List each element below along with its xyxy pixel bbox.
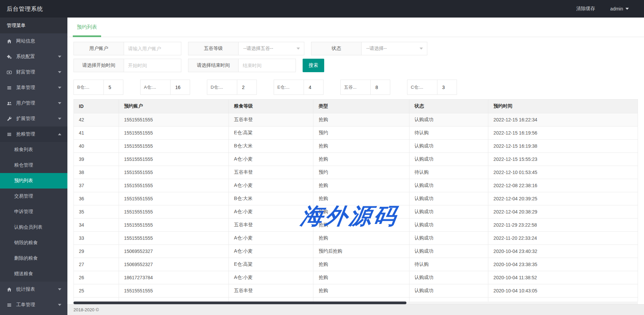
start-time-input[interactable] <box>124 59 181 72</box>
table-cell: 25 <box>74 284 119 297</box>
start-time-label: 请选择开始时间 <box>73 59 124 72</box>
table-cell: 抢购 <box>313 284 409 297</box>
table-cell: 41 <box>74 126 119 140</box>
table-row: 2715069552327E仓:高粱抢购待认购2020-10-04 23:38:… <box>74 258 638 271</box>
table-row: 2618617273784A仓:小麦抢购认购成功2020-10-04 11:38… <box>74 271 638 284</box>
table-cell: 认购成功 <box>409 153 488 166</box>
search-button[interactable]: 搜索 <box>303 59 324 72</box>
table-cell <box>74 297 119 302</box>
sidebar-item-label: 统计报表 <box>16 286 35 292</box>
stats-row: B仓:... 5 A仓:... 16 D仓:... 2 E仓:... 4 五谷.… <box>73 80 638 95</box>
submenu-item-grain-list[interactable]: 粮食列表 <box>0 142 67 158</box>
table-cell: 27 <box>74 258 119 271</box>
stat-label: E仓:... <box>274 80 304 95</box>
submenu-item-deleted-grain[interactable]: 删除的粮食 <box>0 251 67 266</box>
sidebar-item-label: 网站信息 <box>16 38 35 44</box>
table-header-cell: 状态 <box>409 99 488 113</box>
table-header-cell: ID <box>74 99 119 113</box>
submenu-item-gifted-grain[interactable]: 赠送粮食 <box>0 266 67 282</box>
table-cell: 36 <box>74 192 119 205</box>
submenu-item-appeal-mgmt[interactable]: 申诉管理 <box>0 204 67 220</box>
submenu-item-trade-mgmt[interactable]: 交易管理 <box>0 189 67 204</box>
table-cell: A仓:小麦 <box>229 232 313 245</box>
table-cell: 抢购 <box>313 140 409 153</box>
submenu-item-warehouse-mgmt[interactable]: 粮仓管理 <box>0 158 67 173</box>
list-icon <box>7 303 15 308</box>
sidebar-item-stats-report[interactable]: 统计报表 <box>0 282 67 297</box>
chevron-down-icon <box>625 8 629 10</box>
sidebar-item-grain-mgmt[interactable]: 抢粮管理 <box>0 126 67 142</box>
sidebar-item-extension-mgmt[interactable]: 扩展管理 <box>0 111 67 126</box>
sidebar-item-site-info[interactable]: 网站信息 <box>0 33 67 49</box>
table-cell <box>313 297 409 302</box>
sidebar-item-wealth[interactable]: 财富管理 <box>0 64 67 80</box>
tab-bar: 预约列表 <box>67 18 644 37</box>
table-cell: 15515551555 <box>119 205 228 219</box>
list-icon <box>7 132 15 137</box>
start-time-input-wrap <box>124 59 181 72</box>
table-cell <box>409 297 488 302</box>
submenu-item-reservation-list[interactable]: 预约列表 <box>0 173 67 189</box>
status-label: 状态 <box>311 42 362 55</box>
table-cell: 33 <box>74 232 119 245</box>
table-header-cell: 类型 <box>313 99 409 113</box>
table-cell: 15515551555 <box>119 219 228 232</box>
filter-status: 状态 --请选择-- <box>311 42 427 55</box>
chevron-down-icon <box>297 48 300 50</box>
table-cell: 认购成功 <box>409 271 488 284</box>
submenu-item-subscriber-list[interactable]: 认购会员列表 <box>0 220 67 235</box>
chevron-down-icon <box>58 71 61 73</box>
table-cell: 认购成功 <box>409 245 488 258</box>
sidebar-item-label: 菜单管理 <box>16 85 35 91</box>
table-cell: 抢购 <box>313 271 409 284</box>
table-cell: 认购成功 <box>409 219 488 232</box>
filter-start-time: 请选择开始时间 <box>73 59 181 72</box>
sidebar-item-menu-mgmt[interactable]: 菜单管理 <box>0 80 67 95</box>
table-row: 3815515551555五谷丰登预约待认购2022-12-10 01:53:4… <box>74 166 638 179</box>
table-cell: 38 <box>74 166 119 179</box>
table-row: 2915069552327A仓:小麦预约后抢购认购成功2020-10-04 23… <box>74 245 638 258</box>
table-cell: 认购成功 <box>409 192 488 205</box>
table-cell: 预约 <box>313 126 409 140</box>
user-menu[interactable]: admin <box>610 6 629 11</box>
table-cell: 抢购 <box>313 153 409 166</box>
stat-value: 2 <box>237 80 257 95</box>
table-cell: 39 <box>74 153 119 166</box>
table-cell: 2022-12-15 16:19:56 <box>488 126 638 140</box>
table-cell: 预约后抢购 <box>313 245 409 258</box>
table-header-row: ID预约账户粮食等级类型状态预约时间 <box>74 99 638 113</box>
wrench-icon <box>7 116 15 121</box>
table-header-cell: 预约账户 <box>119 99 228 113</box>
grain-submenu: 粮食列表 粮仓管理 预约列表 交易管理 申诉管理 认购会员列表 销毁的粮食 删除… <box>0 142 67 282</box>
horizontal-scrollbar[interactable] <box>73 302 638 304</box>
status-select[interactable]: --请选择-- <box>362 42 427 55</box>
chevron-down-icon <box>58 304 61 306</box>
table-cell: 抢购 <box>313 232 409 245</box>
submenu-item-destroyed-grain[interactable]: 销毁的粮食 <box>0 235 67 251</box>
clear-cache-button[interactable]: 清除缓存 <box>576 6 595 12</box>
table-cell: 2022-11-29 23:22:58 <box>488 219 638 232</box>
tab-reservation-list[interactable]: 预约列表 <box>73 18 101 37</box>
table-cell: 2020-10-04 10:43:05 <box>488 284 638 297</box>
scrollbar-thumb[interactable] <box>73 302 406 304</box>
user-account-input[interactable] <box>124 42 181 55</box>
table-cell: 认购成功 <box>409 179 488 192</box>
table-cell: 抢购 <box>313 205 409 219</box>
table-cell: 认购成功 <box>409 140 488 153</box>
sidebar-item-ticket-mgmt[interactable]: 工单管理 <box>0 297 67 313</box>
table-cell: 抢购 <box>313 192 409 205</box>
grain-level-select[interactable]: --请选择五谷-- <box>239 42 304 55</box>
users-icon <box>7 101 15 106</box>
end-time-input[interactable] <box>239 59 296 72</box>
table-row: 3715515551555A仓:小麦抢购认购成功2022-12-08 22:38… <box>74 179 638 192</box>
sidebar-item-user-mgmt[interactable]: 用户管理 <box>0 95 67 111</box>
table-cell: 2022-12-10 01:53:45 <box>488 166 638 179</box>
sidebar-item-system-config[interactable]: 系统配置 <box>0 49 67 64</box>
table-row: 4015515551555B仓:大米抢购认购成功2022-12-15 16:19… <box>74 140 638 153</box>
username: admin <box>610 6 623 11</box>
sidebar-item-label: 抢粮管理 <box>16 131 35 137</box>
topbar: 后台管理系统 清除缓存 admin <box>0 0 644 18</box>
table-cell: 2022-11-20 22:33:24 <box>488 232 638 245</box>
list-icon <box>7 85 15 90</box>
table-cell: 15515551555 <box>119 284 228 297</box>
